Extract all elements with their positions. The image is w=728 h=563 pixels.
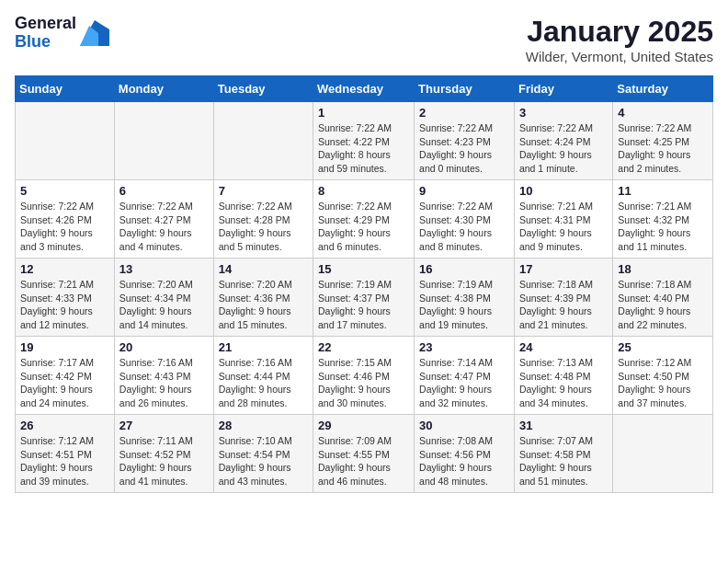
- calendar-cell: 7Sunrise: 7:22 AMSunset: 4:28 PMDaylight…: [213, 180, 313, 259]
- day-info: Sunrise: 7:13 AM: [519, 356, 608, 370]
- day-info: Daylight: 9 hours and 22 minutes.: [618, 304, 708, 331]
- day-info: Daylight: 9 hours and 19 minutes.: [419, 304, 509, 331]
- day-info: Sunrise: 7:22 AM: [119, 200, 209, 213]
- day-info: Sunset: 4:52 PM: [119, 448, 209, 462]
- day-info: Daylight: 9 hours and 46 minutes.: [318, 461, 409, 488]
- day-number: 25: [618, 340, 708, 354]
- day-number: 26: [20, 419, 109, 432]
- day-info: Sunrise: 7:22 AM: [219, 200, 308, 213]
- day-info: Sunset: 4:40 PM: [618, 292, 708, 305]
- calendar-cell: 5Sunrise: 7:22 AMSunset: 4:26 PMDaylight…: [16, 180, 115, 259]
- day-info: Sunrise: 7:19 AM: [419, 278, 509, 292]
- day-info: Sunrise: 7:19 AM: [318, 278, 409, 292]
- day-info: Daylight: 9 hours and 15 minutes.: [219, 304, 308, 331]
- week-row-5: 26Sunrise: 7:12 AMSunset: 4:51 PMDayligh…: [16, 415, 713, 493]
- day-number: 8: [318, 184, 409, 198]
- day-info: Daylight: 9 hours and 0 minutes.: [419, 148, 509, 175]
- weekday-header-wednesday: Wednesday: [313, 76, 415, 102]
- day-number: 6: [119, 184, 209, 198]
- calendar-cell: 23Sunrise: 7:14 AMSunset: 4:47 PMDayligh…: [415, 337, 515, 415]
- day-number: 16: [419, 262, 509, 276]
- day-info: Sunset: 4:46 PM: [318, 370, 409, 384]
- weekday-header-row: SundayMondayTuesdayWednesdayThursdayFrid…: [16, 76, 713, 102]
- day-info: Sunrise: 7:22 AM: [618, 121, 708, 135]
- day-number: 19: [20, 340, 109, 354]
- day-number: 31: [519, 419, 608, 432]
- day-info: Sunset: 4:31 PM: [519, 213, 608, 227]
- day-info: Sunset: 4:54 PM: [219, 448, 308, 462]
- calendar-table: SundayMondayTuesdayWednesdayThursdayFrid…: [15, 75, 713, 493]
- calendar-cell: 11Sunrise: 7:21 AMSunset: 4:32 PMDayligh…: [613, 180, 713, 259]
- day-number: 28: [219, 419, 308, 432]
- day-info: Daylight: 9 hours and 5 minutes.: [219, 226, 308, 253]
- day-info: Sunset: 4:26 PM: [20, 213, 109, 227]
- day-info: Daylight: 9 hours and 3 minutes.: [20, 226, 109, 253]
- day-number: 15: [318, 262, 409, 276]
- calendar-cell: 26Sunrise: 7:12 AMSunset: 4:51 PMDayligh…: [16, 415, 115, 493]
- calendar-cell: 4Sunrise: 7:22 AMSunset: 4:25 PMDaylight…: [613, 102, 713, 180]
- day-number: 10: [519, 184, 608, 198]
- day-info: Sunset: 4:34 PM: [119, 292, 209, 305]
- day-info: Sunrise: 7:22 AM: [20, 200, 109, 213]
- day-info: Daylight: 9 hours and 30 minutes.: [318, 383, 409, 409]
- calendar-cell: 1Sunrise: 7:22 AMSunset: 4:22 PMDaylight…: [313, 102, 415, 180]
- calendar-cell: 27Sunrise: 7:11 AMSunset: 4:52 PMDayligh…: [114, 415, 213, 493]
- day-info: Sunset: 4:30 PM: [419, 213, 509, 227]
- calendar-cell: 10Sunrise: 7:21 AMSunset: 4:31 PMDayligh…: [514, 180, 612, 259]
- day-info: Sunset: 4:50 PM: [618, 370, 708, 384]
- day-number: 27: [119, 419, 209, 432]
- day-info: Sunrise: 7:16 AM: [219, 356, 308, 370]
- day-info: Daylight: 9 hours and 37 minutes.: [618, 383, 708, 409]
- day-info: Sunset: 4:25 PM: [618, 135, 708, 149]
- day-number: 30: [419, 419, 509, 432]
- day-info: Sunrise: 7:22 AM: [419, 121, 509, 135]
- day-info: Sunrise: 7:09 AM: [318, 434, 409, 448]
- day-info: Sunset: 4:43 PM: [119, 370, 209, 384]
- day-info: Sunset: 4:42 PM: [20, 370, 109, 384]
- calendar-subtitle: Wilder, Vermont, United States: [526, 49, 713, 64]
- day-info: Sunrise: 7:22 AM: [318, 200, 409, 213]
- day-info: Sunset: 4:28 PM: [219, 213, 308, 227]
- day-info: Sunrise: 7:22 AM: [419, 200, 509, 213]
- page-header: General Blue January 2025 Wilder, Vermon…: [15, 15, 713, 64]
- day-info: Sunrise: 7:22 AM: [318, 121, 409, 135]
- calendar-cell: 24Sunrise: 7:13 AMSunset: 4:48 PMDayligh…: [514, 337, 612, 415]
- day-info: Sunrise: 7:08 AM: [419, 434, 509, 448]
- calendar-cell: 6Sunrise: 7:22 AMSunset: 4:27 PMDaylight…: [114, 180, 213, 259]
- day-info: Sunrise: 7:17 AM: [20, 356, 109, 370]
- day-info: Sunset: 4:23 PM: [419, 135, 509, 149]
- day-info: Sunrise: 7:22 AM: [519, 121, 608, 135]
- calendar-cell: 21Sunrise: 7:16 AMSunset: 4:44 PMDayligh…: [213, 337, 313, 415]
- day-info: Sunset: 4:48 PM: [519, 370, 608, 384]
- day-number: 21: [219, 340, 308, 354]
- day-number: 18: [618, 262, 708, 276]
- day-info: Sunrise: 7:16 AM: [119, 356, 209, 370]
- day-info: Sunset: 4:58 PM: [519, 448, 608, 462]
- day-info: Sunrise: 7:21 AM: [20, 278, 109, 292]
- day-info: Daylight: 9 hours and 14 minutes.: [119, 304, 209, 331]
- day-info: Sunset: 4:38 PM: [419, 292, 509, 305]
- day-info: Sunset: 4:22 PM: [318, 135, 409, 149]
- day-info: Sunset: 4:33 PM: [20, 292, 109, 305]
- day-info: Sunrise: 7:07 AM: [519, 434, 608, 448]
- calendar-cell: 9Sunrise: 7:22 AMSunset: 4:30 PMDaylight…: [415, 180, 515, 259]
- day-info: Daylight: 9 hours and 11 minutes.: [618, 226, 708, 253]
- calendar-cell: 22Sunrise: 7:15 AMSunset: 4:46 PMDayligh…: [313, 337, 415, 415]
- day-info: Sunrise: 7:18 AM: [618, 278, 708, 292]
- day-info: Daylight: 9 hours and 1 minute.: [519, 148, 608, 175]
- calendar-cell: 13Sunrise: 7:20 AMSunset: 4:34 PMDayligh…: [114, 259, 213, 337]
- day-info: Daylight: 9 hours and 41 minutes.: [119, 461, 209, 488]
- day-info: Sunset: 4:55 PM: [318, 448, 409, 462]
- day-number: 14: [219, 262, 308, 276]
- day-info: Sunset: 4:24 PM: [519, 135, 608, 149]
- day-info: Sunrise: 7:15 AM: [318, 356, 409, 370]
- day-info: Sunset: 4:47 PM: [419, 370, 509, 384]
- day-info: Daylight: 9 hours and 8 minutes.: [419, 226, 509, 253]
- day-info: Sunrise: 7:12 AM: [618, 356, 708, 370]
- day-number: 29: [318, 419, 409, 432]
- calendar-body: 1Sunrise: 7:22 AMSunset: 4:22 PMDaylight…: [16, 102, 713, 493]
- day-info: Daylight: 9 hours and 12 minutes.: [20, 304, 109, 331]
- day-info: Sunrise: 7:11 AM: [119, 434, 209, 448]
- day-info: Sunrise: 7:21 AM: [618, 200, 708, 213]
- day-info: Daylight: 9 hours and 21 minutes.: [519, 304, 608, 331]
